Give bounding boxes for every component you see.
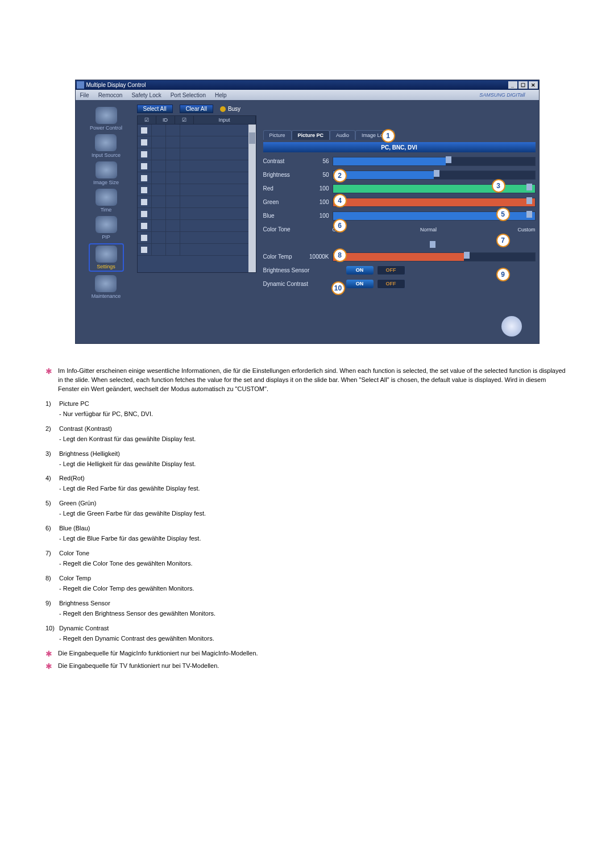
- menu-help[interactable]: Help: [215, 92, 227, 98]
- item-desc: - Regelt den Dynamic Contrast des gewähl…: [59, 634, 569, 643]
- callout-2: 2: [333, 169, 347, 182]
- callout-1: 1: [381, 129, 395, 143]
- item-title: Green (Grün): [59, 500, 96, 506]
- item-number: 8): [45, 574, 59, 593]
- display-grid: ☑ ID ☑ Input: [137, 115, 256, 289]
- select-all-button[interactable]: Select All: [137, 105, 173, 113]
- menubar: File Remocon Safety Lock Port Selection …: [76, 90, 539, 100]
- col-input: Input: [194, 116, 256, 124]
- grid-body: [137, 124, 256, 273]
- settings-icon: [96, 246, 117, 263]
- minimize-button[interactable]: _: [508, 81, 517, 89]
- slider-blue[interactable]: Blue100: [263, 210, 536, 221]
- slider-green[interactable]: Green100: [263, 197, 536, 207]
- brightness-sensor-off[interactable]: OFF: [377, 265, 405, 275]
- dynamic-contrast-on[interactable]: ON: [346, 280, 374, 288]
- row-checkbox[interactable]: [141, 163, 147, 169]
- col-checkbox[interactable]: ☑: [138, 116, 156, 124]
- callout-10: 10: [331, 281, 345, 295]
- grid-row[interactable]: [138, 148, 256, 160]
- tab-picture-pc[interactable]: Picture PC: [292, 130, 330, 140]
- sidebar: Power Control Input Source Image Size Ti…: [79, 103, 134, 344]
- footnote-2: Die Eingabequelle für TV funktioniert nu…: [58, 662, 219, 671]
- item-number: 6): [45, 524, 59, 543]
- slider-contrast[interactable]: Contrast56: [263, 156, 536, 167]
- image-size-icon: [96, 161, 117, 178]
- row-checkbox[interactable]: [141, 211, 147, 217]
- dynamic-contrast-off[interactable]: OFF: [377, 279, 405, 289]
- slider-brightness[interactable]: Brightness50: [263, 169, 536, 180]
- callout-8: 8: [333, 248, 347, 262]
- maintenance-icon: [95, 275, 117, 292]
- menu-remocon[interactable]: Remocon: [98, 92, 123, 98]
- grid-scrollbar[interactable]: [248, 124, 256, 272]
- item-title: Color Tone: [59, 550, 89, 556]
- item-title: Color Temp: [59, 575, 91, 582]
- list-item: 5)Green (Grün)- Legt die Green Farbe für…: [45, 499, 569, 518]
- sidebar-item-input-source[interactable]: Input Source: [92, 134, 121, 158]
- toggle-dynamic-contrast: Dynamic Contrast ON OFF: [263, 278, 536, 289]
- star-icon: ✱: [45, 649, 53, 658]
- list-item: 2)Contrast (Kontrast)- Legt den Kontrast…: [45, 425, 569, 444]
- row-checkbox[interactable]: [141, 175, 147, 181]
- sidebar-item-settings[interactable]: Settings: [89, 243, 124, 272]
- item-title: Picture PC: [59, 400, 89, 407]
- sidebar-item-power-control[interactable]: Power Control: [90, 107, 122, 131]
- row-checkbox[interactable]: [141, 127, 147, 134]
- row-checkbox[interactable]: [141, 151, 147, 157]
- grid-row[interactable]: [138, 136, 256, 148]
- brightness-sensor-on[interactable]: ON: [346, 266, 374, 275]
- grid-row[interactable]: [138, 232, 256, 244]
- item-desc: - Regelt die Color Temp des gewählten Mo…: [59, 584, 569, 593]
- row-checkbox[interactable]: [141, 223, 147, 229]
- row-checkbox[interactable]: [141, 139, 147, 146]
- grid-row[interactable]: [138, 244, 256, 256]
- window-title: Multiple Display Control: [86, 82, 507, 88]
- grid-row[interactable]: [138, 160, 256, 172]
- menu-port-selection[interactable]: Port Selection: [171, 92, 206, 98]
- clear-all-button[interactable]: Clear All: [180, 105, 213, 113]
- item-desc: - Legt die Red Farbe für das gewählte Di…: [59, 484, 569, 493]
- sidebar-item-time[interactable]: Time: [96, 189, 117, 213]
- sidebar-item-image-size[interactable]: Image Size: [93, 161, 119, 185]
- slider-color-tone[interactable]: Color ToneOffNormalCustom: [263, 224, 536, 235]
- picture-panel: Picture Picture PC Audio Image Lock PC, …: [263, 115, 536, 289]
- grid-row[interactable]: [138, 124, 256, 136]
- color-tone-marker[interactable]: [263, 238, 536, 248]
- list-item: 8)Color Temp- Regelt die Color Temp des …: [45, 574, 569, 593]
- row-checkbox[interactable]: [141, 199, 147, 205]
- item-desc: - Legt die Blue Farbe für das gewählte D…: [59, 534, 569, 543]
- grid-row[interactable]: [138, 172, 256, 184]
- slider-color-temp[interactable]: Color Temp10000K: [263, 251, 536, 262]
- grid-row[interactable]: [138, 208, 256, 220]
- callout-3: 3: [492, 179, 505, 193]
- close-button[interactable]: ✕: [529, 81, 538, 89]
- grid-row[interactable]: [138, 220, 256, 232]
- callout-5: 5: [496, 207, 510, 221]
- tab-picture[interactable]: Picture: [263, 130, 292, 140]
- item-title: Blue (Blau): [59, 525, 90, 531]
- menu-file[interactable]: File: [80, 92, 89, 98]
- grid-row[interactable]: [138, 196, 256, 208]
- item-desc: - Legt den Kontrast für das gewählte Dis…: [59, 435, 569, 444]
- menu-safety-lock[interactable]: Safety Lock: [131, 92, 161, 98]
- sidebar-item-maintenance[interactable]: Maintenance: [92, 275, 121, 299]
- item-title: Brightness (Helligkeit): [59, 450, 120, 457]
- grid-row[interactable]: [138, 184, 256, 196]
- list-item: 6)Blue (Blau)- Legt die Blue Farbe für d…: [45, 524, 569, 543]
- intro-text: Im Info-Gitter erscheinen einige wesentl…: [58, 367, 569, 394]
- row-checkbox[interactable]: [141, 247, 147, 253]
- tab-audio[interactable]: Audio: [330, 130, 355, 140]
- item-title: Red(Rot): [59, 475, 85, 481]
- busy-icon: [220, 106, 226, 112]
- row-checkbox[interactable]: [141, 187, 147, 193]
- item-number: 1): [45, 400, 59, 419]
- item-number: 5): [45, 499, 59, 518]
- maximize-button[interactable]: ☐: [518, 81, 528, 89]
- callout-9: 9: [496, 268, 510, 281]
- sidebar-item-pip[interactable]: PIP: [96, 216, 117, 240]
- item-desc: - Legt die Helligkeit für das gewählte D…: [59, 460, 569, 469]
- list-item: 7)Color Tone- Regelt die Color Tone des …: [45, 549, 569, 568]
- row-checkbox[interactable]: [141, 235, 147, 241]
- col-status: ☑: [175, 116, 194, 124]
